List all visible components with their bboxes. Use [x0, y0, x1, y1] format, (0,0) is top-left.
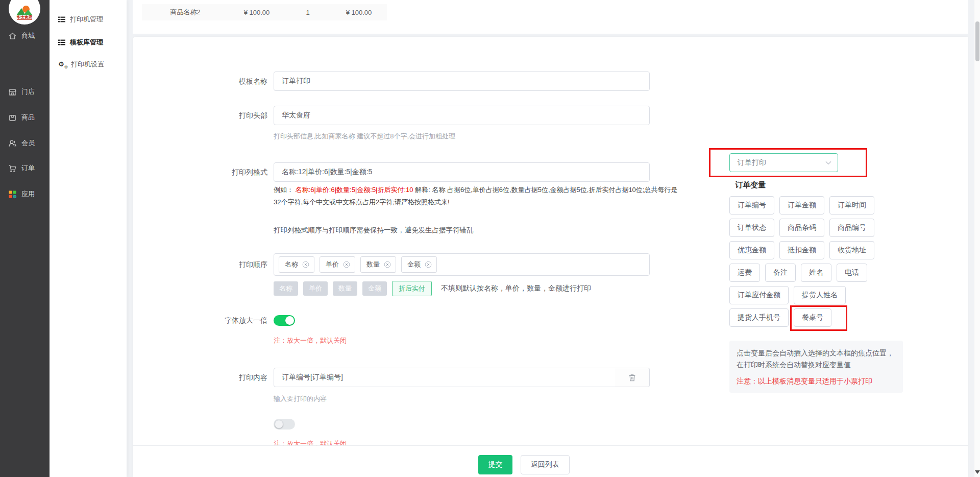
- variable-row: 订单应付金额 提货人姓名: [729, 286, 913, 304]
- toggle-knob: [275, 420, 283, 428]
- sidebar-item-label: 订单: [21, 163, 35, 173]
- order-option-discounted[interactable]: 折后实付: [392, 281, 432, 296]
- submenu-item-label: 模板库管理: [70, 38, 103, 47]
- variable-button[interactable]: 优惠金额: [729, 241, 774, 259]
- submit-button[interactable]: 提交: [478, 455, 512, 474]
- column-format-label: 打印列格式: [133, 162, 267, 182]
- sidebar-item-goods[interactable]: 商品: [0, 107, 50, 128]
- trash-icon: [628, 373, 636, 382]
- variable-button[interactable]: 提货人姓名: [794, 286, 846, 304]
- submenu-item-label: 打印机设置: [71, 60, 104, 69]
- brand-logo[interactable]: 华太食府: [9, 0, 40, 25]
- print-order-options: 名称 单价 数量 金额 折后实付 不填则默认按名称，单价，数量，金额进行打印: [274, 281, 591, 296]
- sidebar-item-mall[interactable]: 商城: [0, 26, 50, 46]
- chevron-down-icon: [825, 161, 831, 165]
- sidebar-item-store[interactable]: 门店: [0, 82, 50, 102]
- variable-button-table-number[interactable]: 餐桌号: [794, 308, 831, 327]
- order-option-price[interactable]: 单价: [303, 281, 328, 296]
- store-icon: [8, 87, 17, 97]
- font-double-toggle[interactable]: [274, 315, 295, 326]
- variable-row: 订单编号 订单金额 订单时间: [729, 196, 913, 214]
- template-select-dropdown[interactable]: 订单打印: [729, 153, 838, 172]
- variable-button[interactable]: 备注: [765, 264, 796, 282]
- sidebar-item-label: 门店: [21, 87, 35, 97]
- remove-tag-icon[interactable]: [343, 261, 350, 268]
- list-icon: [58, 16, 65, 23]
- variables-block: 订单编号 订单金额 订单时间 订单状态 商品条码 商品编号 优惠金额 抵扣金额 …: [729, 196, 913, 331]
- gears-icon: ⚙⚙: [58, 60, 66, 68]
- cell-unit-price: ¥ 100.00: [229, 9, 285, 16]
- scrollbar-thumb[interactable]: [975, 21, 979, 61]
- print-content-input[interactable]: [274, 368, 616, 387]
- variable-row: 运费 备注 姓名 电话: [729, 264, 913, 282]
- variable-button[interactable]: 提货人手机号: [729, 308, 789, 327]
- template-name-label: 模板名称: [133, 71, 267, 91]
- variable-button[interactable]: 订单金额: [779, 196, 824, 214]
- main-sidebar: 华太食府 商城 门店 商品 会员 订单: [0, 0, 50, 477]
- form-footer: 提交 返回列表: [133, 445, 968, 477]
- print-content-label: 打印内容: [133, 368, 267, 387]
- remove-tag-icon[interactable]: [302, 261, 309, 268]
- print-order-box[interactable]: 名称 单价 数量 金额: [274, 253, 650, 276]
- variable-button[interactable]: 订单编号: [729, 196, 774, 214]
- variable-button[interactable]: 运费: [729, 264, 760, 282]
- remove-tag-icon[interactable]: [384, 261, 391, 268]
- extra-toggle[interactable]: [274, 419, 295, 430]
- logo-text: 华太食府: [17, 15, 32, 20]
- order-tag[interactable]: 金额: [401, 256, 437, 273]
- print-header-input[interactable]: [274, 106, 650, 125]
- sidebar-item-apps[interactable]: 应用: [0, 184, 50, 204]
- back-to-list-button[interactable]: 返回列表: [521, 455, 570, 474]
- variable-button[interactable]: 收货地址: [829, 241, 874, 259]
- order-tag[interactable]: 名称: [279, 256, 314, 273]
- variables-title: 订单变量: [735, 180, 766, 190]
- info-line-1: 点击变量后会自动插入选择的文本框的焦点位置，: [737, 347, 896, 359]
- member-icon: [8, 138, 17, 148]
- scroll-down-arrow-icon[interactable]: [975, 470, 980, 474]
- order-tag[interactable]: 单价: [320, 256, 355, 273]
- secondary-sidebar: 打印机管理 模板库管理 ⚙⚙ 打印机设置: [50, 0, 127, 477]
- submenu-item-printer-management[interactable]: 打印机管理: [50, 9, 127, 30]
- order-option-amount[interactable]: 金额: [362, 281, 387, 296]
- cell-amount: ¥ 100.00: [331, 9, 387, 16]
- template-name-input[interactable]: [274, 71, 650, 91]
- order-tag[interactable]: 数量: [360, 256, 396, 273]
- cell-quantity: 1: [285, 9, 331, 16]
- sidebar-item-members[interactable]: 会员: [0, 133, 50, 153]
- example-prefix: 例如：: [274, 186, 296, 194]
- info-line-2: 在打印时系统会自动替换对应变量值: [737, 359, 896, 371]
- goods-bag-icon: [8, 113, 17, 123]
- submenu-item-template-library[interactable]: 模板库管理: [50, 32, 127, 53]
- variable-button[interactable]: 订单应付金额: [729, 286, 789, 304]
- delete-content-button[interactable]: [615, 368, 650, 387]
- variable-button[interactable]: 姓名: [801, 264, 831, 282]
- variable-button[interactable]: 电话: [837, 264, 867, 282]
- sidebar-item-label: 应用: [21, 189, 35, 199]
- variable-button[interactable]: 订单时间: [829, 196, 874, 214]
- order-option-name[interactable]: 名称: [274, 281, 298, 296]
- variable-button[interactable]: 订单状态: [729, 219, 774, 237]
- variable-button[interactable]: 商品条码: [779, 219, 824, 237]
- variable-button[interactable]: 商品编号: [829, 219, 874, 237]
- logo-art-icon: [15, 5, 34, 15]
- variable-row: 提货人手机号 餐桌号: [729, 308, 913, 327]
- submenu-item-printer-settings[interactable]: ⚙⚙ 打印机设置: [50, 54, 127, 75]
- column-format-note: 打印列格式顺序与打印顺序需要保持一致，避免发生占据字符错乱: [274, 226, 474, 235]
- print-order-label: 打印顺序: [133, 253, 267, 276]
- sidebar-item-label: 会员: [21, 138, 35, 148]
- home-icon: [8, 31, 17, 41]
- order-option-qty[interactable]: 数量: [333, 281, 357, 296]
- cart-icon: [8, 163, 17, 173]
- product-table-card: 商品名称2 ¥ 100.00 1 ¥ 100.00: [133, 0, 968, 34]
- toggle-knob: [285, 316, 294, 325]
- order-tag-label: 名称: [285, 260, 298, 269]
- variables-info-box: 点击变量后会自动插入选择的文本框的焦点位置， 在打印时系统会自动替换对应变量值 …: [729, 341, 903, 393]
- variable-row: 订单状态 商品条码 商品编号: [729, 219, 913, 237]
- sidebar-item-orders[interactable]: 订单: [0, 158, 50, 178]
- variable-button[interactable]: 抵扣金额: [779, 241, 824, 259]
- font-double-label: 字体放大一倍: [133, 315, 267, 326]
- column-format-input[interactable]: [274, 162, 650, 182]
- remove-tag-icon[interactable]: [425, 261, 432, 268]
- submenu-item-label: 打印机管理: [70, 15, 103, 24]
- list-icon: [58, 39, 65, 46]
